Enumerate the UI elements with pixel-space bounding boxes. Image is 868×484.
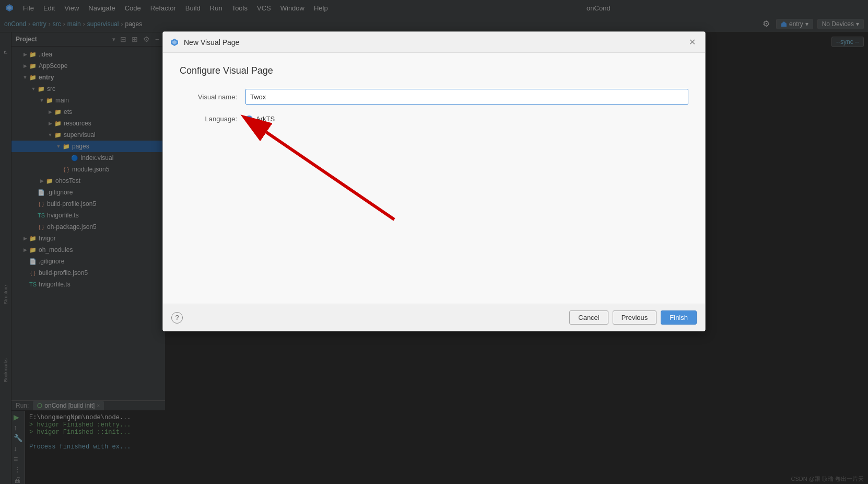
dialog-body: Configure Visual Page Visual name: Langu… — [163, 53, 705, 304]
dialog-footer: ? Cancel Previous Finish — [163, 304, 705, 331]
radio-arkts-label: ArkTS — [256, 115, 275, 123]
footer-left: ? — [171, 312, 183, 324]
dialog-section-title: Configure Visual Page — [180, 65, 688, 76]
form-row-visual-name: Visual name: — [180, 89, 688, 105]
language-label: Language: — [180, 115, 237, 123]
language-radio-group: ArkTS — [245, 115, 275, 123]
dialog-title-icon — [169, 37, 180, 48]
visual-name-label: Visual name: — [180, 93, 237, 101]
cancel-button[interactable]: Cancel — [569, 310, 608, 325]
dialog-overlay: New Visual Page ✕ Configure Visual Page … — [0, 0, 868, 484]
radio-arkts-circle — [245, 116, 253, 123]
dialog-title-bar: New Visual Page ✕ — [163, 32, 705, 53]
previous-button[interactable]: Previous — [613, 310, 657, 325]
dialog-title-text: New Visual Page — [184, 38, 682, 47]
dialog-close-button[interactable]: ✕ — [686, 36, 699, 48]
dialog: New Visual Page ✕ Configure Visual Page … — [162, 31, 706, 331]
radio-arkts[interactable]: ArkTS — [245, 115, 275, 123]
footer-buttons: Cancel Previous Finish — [569, 310, 697, 325]
finish-button[interactable]: Finish — [661, 310, 697, 325]
form-row-language: Language: ArkTS — [180, 115, 688, 123]
visual-name-input[interactable] — [245, 89, 688, 105]
help-button[interactable]: ? — [171, 312, 183, 324]
